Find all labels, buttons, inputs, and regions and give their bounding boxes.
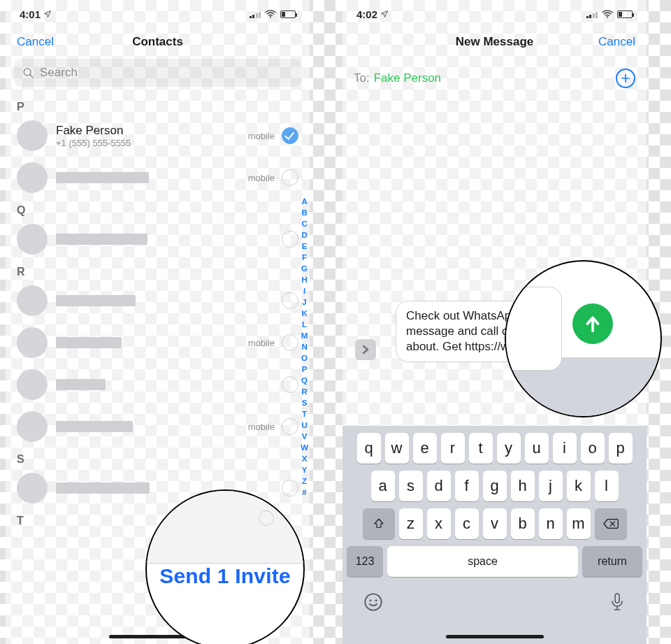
- key-k[interactable]: k: [567, 471, 591, 501]
- key-c[interactable]: c: [455, 508, 479, 539]
- index-letter[interactable]: L: [301, 319, 308, 330]
- contact-row[interactable]: mobile: [6, 157, 310, 199]
- search-bar[interactable]: [14, 59, 301, 87]
- key-a[interactable]: a: [371, 471, 395, 501]
- contact-row[interactable]: Fake Person+1 (555) 555-5555mobile: [6, 115, 310, 157]
- key-l[interactable]: l: [595, 471, 619, 501]
- contact-row[interactable]: mobile: [6, 406, 310, 448]
- redacted-name: [56, 421, 133, 432]
- status-time: 4:01: [20, 8, 52, 20]
- backspace-icon: [603, 518, 619, 529]
- phone-type-tag: mobile: [248, 422, 275, 432]
- plus-icon: [620, 73, 631, 84]
- key-123[interactable]: 123: [347, 546, 383, 577]
- key-return[interactable]: return: [582, 546, 642, 577]
- row-right: [282, 480, 298, 496]
- contact-text: [56, 421, 133, 432]
- index-letter[interactable]: T: [301, 408, 308, 420]
- key-t[interactable]: t: [469, 433, 493, 464]
- contact-row[interactable]: [6, 280, 310, 322]
- index-letter[interactable]: O: [301, 352, 308, 364]
- send-button[interactable]: [572, 303, 613, 344]
- index-letter[interactable]: E: [301, 241, 308, 252]
- redacted-name: [56, 379, 106, 390]
- index-letter[interactable]: Z: [301, 475, 308, 487]
- index-letter[interactable]: #: [301, 487, 308, 498]
- key-g[interactable]: g: [483, 471, 507, 501]
- keyboard[interactable]: qwertyuiop asdfghjkl zxcvbnm 123spaceret…: [342, 426, 647, 644]
- key-s[interactable]: s: [399, 471, 423, 501]
- send-invite-button[interactable]: Send 1 Invite: [159, 550, 291, 588]
- index-letter[interactable]: Q: [301, 375, 308, 386]
- dictation-button[interactable]: [609, 592, 626, 616]
- index-letter[interactable]: J: [301, 296, 308, 308]
- index-letter[interactable]: K: [301, 308, 308, 319]
- index-letter[interactable]: D: [301, 229, 308, 241]
- index-letter[interactable]: X: [301, 453, 308, 464]
- key-h[interactable]: h: [511, 471, 535, 501]
- index-letter[interactable]: G: [301, 263, 308, 274]
- index-letter[interactable]: M: [301, 330, 308, 341]
- key-q[interactable]: q: [357, 433, 381, 464]
- select-checkbox[interactable]: [282, 169, 298, 186]
- select-checkbox[interactable]: [282, 418, 298, 435]
- to-field[interactable]: To: Fake Person: [342, 59, 647, 98]
- key-u[interactable]: u: [525, 433, 549, 464]
- key-j[interactable]: j: [539, 471, 563, 501]
- expand-apps-button[interactable]: [355, 339, 376, 360]
- svg-line-2: [30, 74, 33, 77]
- key-m[interactable]: m: [567, 508, 591, 539]
- select-checkbox[interactable]: [282, 376, 298, 393]
- select-checkbox[interactable]: [282, 127, 298, 144]
- index-letter[interactable]: Y: [301, 464, 308, 475]
- key-w[interactable]: w: [385, 433, 409, 464]
- key-space[interactable]: space: [387, 546, 578, 577]
- key-i[interactable]: i: [553, 433, 577, 464]
- index-letter[interactable]: S: [301, 397, 308, 408]
- backspace-key[interactable]: [595, 508, 627, 539]
- key-o[interactable]: o: [581, 433, 605, 464]
- key-b[interactable]: b: [511, 508, 535, 539]
- search-input[interactable]: [40, 66, 293, 80]
- key-x[interactable]: x: [427, 508, 451, 539]
- select-checkbox[interactable]: [282, 480, 298, 496]
- phone-type-tag: mobile: [248, 131, 275, 141]
- contact-row[interactable]: [6, 364, 310, 406]
- index-letter[interactable]: U: [301, 420, 308, 431]
- key-p[interactable]: p: [609, 433, 633, 464]
- to-recipient[interactable]: Fake Person: [374, 71, 441, 85]
- index-letter[interactable]: N: [301, 341, 308, 352]
- alpha-index[interactable]: ABCDEFGHIJKLMNOPQRSTUVWXYZ#: [301, 196, 308, 498]
- index-letter[interactable]: W: [301, 442, 308, 453]
- emoji-button[interactable]: [363, 592, 383, 616]
- redacted-name: [56, 482, 150, 494]
- index-letter[interactable]: I: [301, 285, 308, 296]
- index-letter[interactable]: B: [301, 207, 308, 218]
- add-recipient-button[interactable]: [616, 69, 635, 88]
- contact-row[interactable]: [6, 218, 310, 260]
- key-v[interactable]: v: [483, 508, 507, 539]
- select-checkbox[interactable]: [282, 334, 298, 351]
- key-y[interactable]: y: [497, 433, 521, 464]
- contact-row[interactable]: mobile: [6, 322, 310, 364]
- home-indicator[interactable]: [446, 635, 544, 638]
- key-d[interactable]: d: [427, 471, 451, 501]
- contacts-list[interactable]: PFake Person+1 (555) 555-5555mobilemobil…: [6, 95, 310, 529]
- index-letter[interactable]: V: [301, 431, 308, 442]
- index-letter[interactable]: H: [301, 274, 308, 285]
- key-z[interactable]: z: [399, 508, 423, 539]
- key-f[interactable]: f: [455, 471, 479, 501]
- index-letter[interactable]: A: [301, 196, 308, 207]
- select-checkbox[interactable]: [282, 231, 298, 248]
- select-checkbox[interactable]: [282, 292, 298, 309]
- index-letter[interactable]: F: [301, 252, 308, 263]
- index-letter[interactable]: C: [301, 218, 308, 229]
- index-letter[interactable]: P: [301, 364, 308, 375]
- microphone-icon: [609, 592, 626, 612]
- section-header: P: [6, 95, 310, 115]
- shift-key[interactable]: [363, 508, 395, 539]
- index-letter[interactable]: R: [301, 386, 308, 397]
- key-r[interactable]: r: [441, 433, 465, 464]
- key-n[interactable]: n: [539, 508, 563, 539]
- key-e[interactable]: e: [413, 433, 437, 464]
